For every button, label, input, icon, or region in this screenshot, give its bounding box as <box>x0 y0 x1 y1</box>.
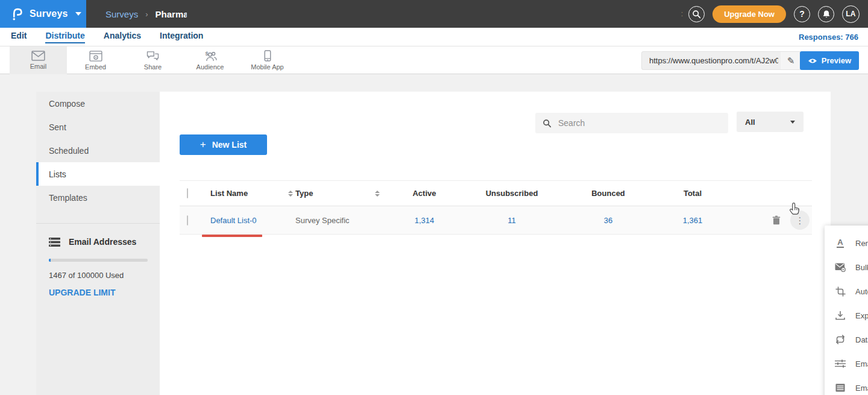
product-switcher[interactable]: Surveys <box>0 0 86 28</box>
total-count-link[interactable]: 1,361 <box>653 216 732 225</box>
sidebar-item-lists[interactable]: Lists <box>36 162 160 186</box>
tab-integration[interactable]: Integration <box>160 31 203 43</box>
email-usage-text: 1467 of 100000 Used <box>49 271 148 280</box>
menu-item-bulk-unsubscribe[interactable]: Bulk Unsubscribe <box>825 255 868 279</box>
sidebar-item-scheduled[interactable]: Scheduled <box>36 139 160 162</box>
new-list-button[interactable]: + New List <box>180 134 267 155</box>
channel-mobile-app[interactable]: Mobile App <box>239 46 296 74</box>
sort-icon[interactable] <box>375 191 380 197</box>
column-unsubscribed: Unsubscribed <box>461 189 563 198</box>
select-all-checkbox[interactable] <box>187 188 188 198</box>
preview-button[interactable]: Preview <box>800 51 859 70</box>
channel-label: Email <box>30 63 47 70</box>
column-list-name: List Name <box>210 189 248 198</box>
export-batch-icon <box>834 311 846 320</box>
channel-label: Share <box>144 63 162 71</box>
column-type: Type <box>295 189 313 198</box>
help-button[interactable]: ? <box>794 6 810 22</box>
column-active: Active <box>388 189 461 198</box>
list-context-menu: A Rename Bulk Unsubscribe <box>825 226 868 395</box>
mobile-phone-icon <box>264 50 271 62</box>
rename-icon: A <box>834 238 846 248</box>
automated-import-icon <box>834 286 846 297</box>
questionpro-logo-icon <box>10 5 24 22</box>
embed-icon <box>89 51 102 62</box>
responses-count[interactable]: Responses: 766 <box>799 33 858 42</box>
column-total: Total <box>653 189 732 198</box>
channel-audience[interactable]: $ Audience <box>181 46 239 74</box>
preview-label: Preview <box>822 56 851 65</box>
new-list-label: New List <box>212 140 247 150</box>
edit-url-pencil-icon[interactable]: ✎ <box>781 52 801 69</box>
menu-item-email-template-settings[interactable]: Email Template Settings <box>825 376 868 395</box>
email-addresses-panel: Email Addresses 1467 of 100000 Used UPGR… <box>36 223 160 297</box>
email-addresses-title: Email Addresses <box>69 237 136 247</box>
menu-item-export-batch[interactable]: Export Batch <box>825 303 868 327</box>
list-type: Survey Specific <box>295 216 350 225</box>
column-bounced: Bounced <box>563 189 653 198</box>
email-usage-progress-fill <box>49 259 51 262</box>
channel-list: Email Embed Share <box>10 46 296 74</box>
channel-share[interactable]: Share <box>124 46 181 74</box>
search-input[interactable] <box>557 118 721 128</box>
upgrade-limit-link[interactable]: UPGRADE LIMIT <box>49 288 148 297</box>
overflow-mark: : <box>681 10 683 18</box>
list-name-link[interactable]: Default List-0 <box>210 216 257 225</box>
survey-tab-bar: Edit Distribute Analytics Integration Re… <box>0 28 868 46</box>
survey-url-input[interactable] <box>642 56 781 65</box>
menu-item-data-sync[interactable]: Data Sync <box>825 327 868 352</box>
lists-table: List Name Type Active Unsubscribed Bounc… <box>180 180 812 235</box>
sidebar-item-sent[interactable]: Sent <box>36 115 160 139</box>
menu-item-rename[interactable]: A Rename <box>825 231 868 255</box>
content-area: Compose Sent Scheduled Lists Templates <box>0 74 868 395</box>
eye-icon <box>808 58 817 64</box>
email-template-settings-icon <box>834 384 846 392</box>
unsubscribed-count-link[interactable]: 11 <box>461 216 563 225</box>
notifications-button[interactable] <box>818 6 834 22</box>
kebab-icon: ⋮ <box>796 216 805 225</box>
table-row: Default List-0 Survey Specific 1,314 11 … <box>180 206 812 235</box>
topbar-actions: : Upgrade Now ? LA <box>681 0 860 28</box>
search-button[interactable] <box>688 6 705 22</box>
menu-item-email-filter[interactable]: Email Filter <box>825 352 868 376</box>
channel-email[interactable]: Email <box>10 46 67 74</box>
email-icon <box>31 51 45 61</box>
channel-embed[interactable]: Embed <box>67 46 124 74</box>
sidebar-item-templates[interactable]: Templates <box>36 186 160 209</box>
bulk-unsubscribe-icon <box>834 262 846 272</box>
channel-label: Mobile App <box>251 63 283 71</box>
question-mark-icon: ? <box>799 9 805 19</box>
tab-analytics[interactable]: Analytics <box>104 31 141 43</box>
table-header-row: List Name Type Active Unsubscribed Bounc… <box>180 180 812 206</box>
chevron-down-icon <box>75 12 81 16</box>
channel-label: Audience <box>197 63 224 71</box>
top-bar: Surveys Surveys › Pharma : Upgrade Now ? <box>0 0 868 28</box>
active-count-link[interactable]: 1,314 <box>388 216 461 225</box>
row-checkbox[interactable] <box>187 215 188 226</box>
bell-icon <box>822 10 831 19</box>
distribute-toolbar: Email Embed Share <box>0 46 868 74</box>
sidebar-item-compose[interactable]: Compose <box>36 92 160 115</box>
email-usage-progressbar <box>49 259 148 262</box>
channel-label: Embed <box>85 63 106 71</box>
breadcrumb-current-survey: Pharma <box>156 9 187 19</box>
search-icon <box>692 10 701 19</box>
email-filter-icon <box>834 359 846 368</box>
delete-list-trash-icon[interactable] <box>772 215 781 225</box>
upgrade-now-button[interactable]: Upgrade Now <box>712 5 786 23</box>
breadcrumb-separator: › <box>145 10 148 19</box>
chevron-down-icon <box>790 121 795 124</box>
red-annotation-underline <box>202 235 262 237</box>
data-sync-icon <box>834 335 846 344</box>
tab-distribute[interactable]: Distribute <box>45 31 84 43</box>
bounced-count-link[interactable]: 36 <box>563 216 653 225</box>
breadcrumb-surveys-link[interactable]: Surveys <box>105 9 138 19</box>
menu-item-automated-import[interactable]: Automated Import Tool <box>825 279 868 303</box>
sort-icon[interactable] <box>288 191 293 197</box>
avatar[interactable]: LA <box>842 5 860 23</box>
survey-url-box: ✎ <box>641 51 802 70</box>
tab-edit[interactable]: Edit <box>11 31 27 43</box>
filter-dropdown[interactable]: All <box>737 112 804 132</box>
row-menu-kebab-button[interactable]: ⋮ <box>790 210 810 230</box>
list-rows-icon <box>49 238 60 247</box>
